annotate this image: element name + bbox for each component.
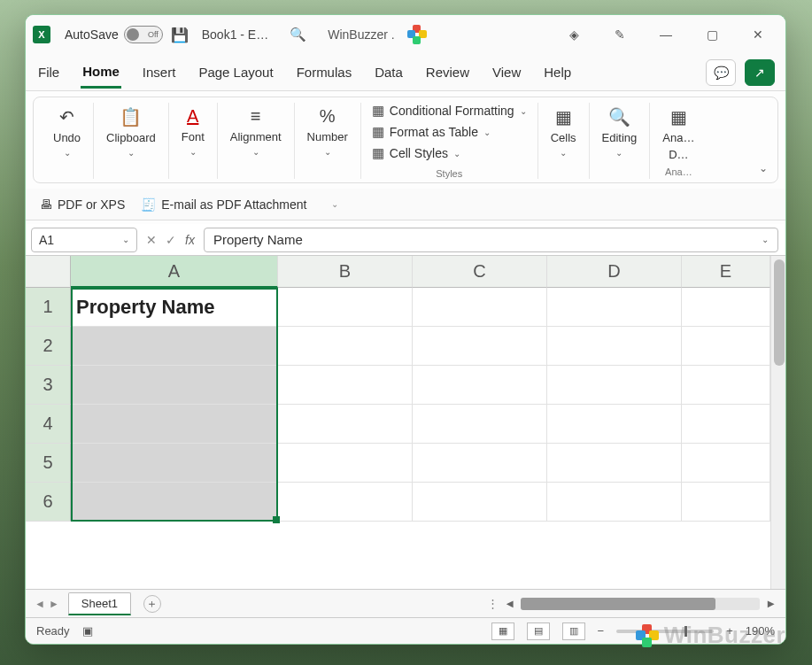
search-icon[interactable]: 🔍	[290, 27, 306, 43]
cell-a3[interactable]	[71, 366, 278, 405]
cell-e1[interactable]	[682, 288, 770, 327]
tab-home[interactable]: Home	[81, 57, 121, 89]
row-header-2[interactable]: 2	[26, 327, 71, 366]
cell-a4[interactable]	[71, 405, 278, 444]
zoom-in-button[interactable]: +	[726, 624, 733, 638]
cell-e6[interactable]	[682, 483, 770, 522]
tab-file[interactable]: File	[36, 58, 61, 87]
row-header-1[interactable]: 1	[26, 288, 71, 327]
tab-data[interactable]: Data	[373, 58, 405, 87]
alignment-button[interactable]: ≡Alignment⌄	[228, 103, 283, 160]
row-header-5[interactable]: 5	[26, 444, 71, 483]
analyze-button[interactable]: ▦Ana…D…	[661, 103, 696, 165]
cell-b5[interactable]	[278, 444, 413, 483]
add-sheet-button[interactable]: ＋	[143, 595, 161, 613]
fx-label[interactable]: fx	[185, 233, 195, 247]
sheet-tab-sheet1[interactable]: Sheet1	[68, 592, 131, 615]
cell-e4[interactable]	[682, 405, 770, 444]
cell-b4[interactable]	[278, 405, 413, 444]
tab-view[interactable]: View	[491, 58, 522, 87]
col-header-d[interactable]: D	[547, 256, 682, 288]
cell-d2[interactable]	[547, 327, 682, 366]
close-button[interactable]: ✕	[738, 19, 778, 50]
ribbon-collapse-button[interactable]: ⌄	[753, 158, 774, 179]
cell-b3[interactable]	[278, 366, 413, 405]
save-icon[interactable]: 💾	[168, 23, 191, 46]
cell-a6[interactable]	[71, 483, 278, 522]
horizontal-scroll-thumb[interactable]	[521, 598, 715, 610]
cancel-icon[interactable]: ✕	[146, 233, 157, 247]
cell-c3[interactable]	[413, 366, 547, 405]
chevron-down-icon: ⌄	[64, 148, 71, 158]
normal-view-button[interactable]: ▦	[491, 622, 514, 640]
cell-c5[interactable]	[413, 444, 547, 483]
scroll-left-icon[interactable]: ◄	[504, 597, 515, 610]
cell-d5[interactable]	[547, 444, 682, 483]
cell-d4[interactable]	[547, 405, 682, 444]
undo-button[interactable]: ↶Undo⌄	[51, 103, 82, 161]
col-header-a[interactable]: A	[71, 256, 278, 288]
number-button[interactable]: %Number⌄	[305, 103, 350, 160]
zoom-level[interactable]: 190%	[746, 624, 775, 638]
horizontal-scrollbar[interactable]	[521, 598, 760, 610]
cell-a1[interactable]: Property Name	[71, 288, 278, 327]
cell-b2[interactable]	[278, 327, 413, 366]
autosave-toggle[interactable]: Off	[124, 26, 163, 43]
row-header-6[interactable]: 6	[26, 483, 71, 522]
zoom-slider[interactable]	[616, 630, 714, 633]
font-button[interactable]: AFont⌄	[180, 103, 206, 160]
cell-c2[interactable]	[413, 327, 547, 366]
cell-c4[interactable]	[413, 405, 547, 444]
cell-d6[interactable]	[547, 483, 682, 522]
editing-button[interactable]: 🔍Editing⌄	[600, 103, 639, 161]
macro-record-icon[interactable]: ▣	[82, 624, 93, 638]
email-pdf-button[interactable]: 🧾E-mail as PDF Attachment	[141, 197, 306, 212]
cell-e3[interactable]	[682, 366, 770, 405]
cell-styles-button[interactable]: ▦Cell Styles⌄	[372, 145, 527, 161]
vertical-scroll-thumb[interactable]	[774, 259, 785, 366]
chevron-down-icon: ⌄	[122, 235, 129, 244]
cell-d1[interactable]	[547, 288, 682, 327]
cell-c6[interactable]	[413, 483, 547, 522]
cell-a5[interactable]	[71, 444, 278, 483]
select-all-corner[interactable]	[26, 256, 71, 288]
formula-input[interactable]: Property Name⌄	[204, 228, 778, 252]
name-box[interactable]: A1⌄	[31, 228, 137, 252]
cell-b6[interactable]	[278, 483, 413, 522]
cell-b1[interactable]	[278, 288, 413, 327]
page-layout-view-button[interactable]: ▤	[527, 622, 550, 640]
tab-review[interactable]: Review	[424, 58, 471, 87]
minimize-button[interactable]: —	[646, 19, 686, 50]
row-header-4[interactable]: 4	[26, 405, 71, 444]
chevron-down-icon[interactable]: ⌄	[331, 199, 338, 209]
cell-a2[interactable]	[71, 327, 278, 366]
zoom-out-button[interactable]: −	[598, 624, 605, 638]
designer-icon[interactable]: ✎	[599, 19, 640, 50]
tab-page-layout[interactable]: Page Layout	[197, 58, 275, 87]
sheet-nav-arrows[interactable]: ◄►	[26, 598, 68, 610]
share-button[interactable]: ↗	[745, 59, 775, 86]
premium-icon[interactable]: ◈	[553, 19, 594, 50]
cell-d3[interactable]	[547, 366, 682, 405]
page-break-view-button[interactable]: ▥	[562, 622, 585, 640]
tab-help[interactable]: Help	[542, 58, 573, 87]
tab-insert[interactable]: Insert	[141, 58, 178, 87]
cells-button[interactable]: ▦Cells⌄	[549, 103, 578, 161]
pdf-or-xps-button[interactable]: 🖶PDF or XPS	[40, 197, 125, 212]
col-header-c[interactable]: C	[413, 256, 547, 288]
cell-e5[interactable]	[682, 444, 770, 483]
col-header-b[interactable]: B	[278, 256, 413, 288]
tab-formulas[interactable]: Formulas	[295, 58, 354, 87]
comments-button[interactable]: 💬	[706, 59, 736, 86]
row-header-3[interactable]: 3	[26, 366, 71, 405]
cell-e2[interactable]	[682, 327, 770, 366]
enter-icon[interactable]: ✓	[166, 233, 176, 247]
cell-c1[interactable]	[413, 288, 547, 327]
col-header-e[interactable]: E	[682, 256, 770, 288]
paste-button[interactable]: 📋Clipboard⌄	[104, 103, 158, 161]
vertical-scrollbar[interactable]	[770, 256, 785, 589]
restore-button[interactable]: ▢	[692, 19, 732, 50]
scroll-right-icon[interactable]: ►	[765, 597, 777, 610]
conditional-formatting-button[interactable]: ▦Conditional Formatting⌄	[372, 103, 527, 119]
format-as-table-button[interactable]: ▦Format as Table⌄	[372, 124, 527, 140]
